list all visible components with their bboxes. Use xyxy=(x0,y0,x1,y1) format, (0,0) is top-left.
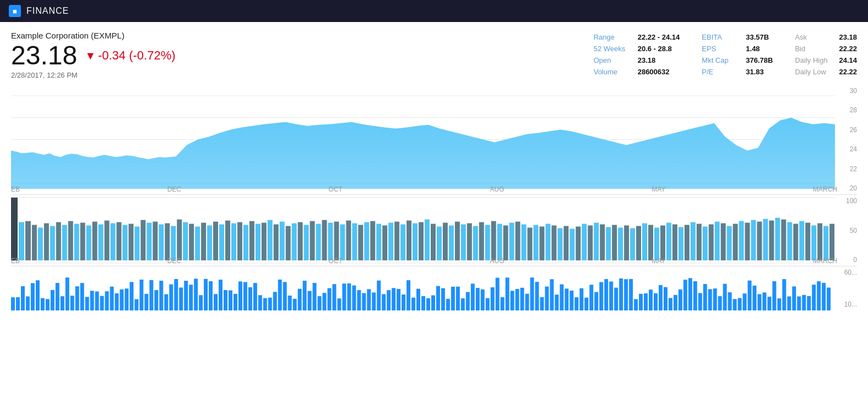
svg-rect-177 xyxy=(169,285,173,310)
svg-rect-215 xyxy=(357,290,361,310)
app-title: FINANCE xyxy=(26,6,69,16)
svg-rect-142 xyxy=(817,223,822,260)
svg-rect-75 xyxy=(413,223,417,260)
svg-rect-208 xyxy=(323,293,327,310)
svg-rect-281 xyxy=(683,280,687,310)
svg-rect-144 xyxy=(829,224,834,260)
svg-rect-301 xyxy=(782,279,786,310)
bar-y-axis: 60... 10... xyxy=(835,266,857,310)
stock-price: 23.18 xyxy=(11,42,77,69)
svg-rect-216 xyxy=(362,293,366,310)
svg-rect-172 xyxy=(144,294,148,310)
change-value: -0.34 (-0.72%) xyxy=(98,48,176,63)
svg-rect-104 xyxy=(588,226,593,261)
svg-rect-77 xyxy=(425,220,430,260)
svg-rect-303 xyxy=(792,286,796,310)
svg-rect-38 xyxy=(189,224,194,260)
svg-rect-168 xyxy=(124,288,128,310)
svg-rect-294 xyxy=(748,281,752,310)
svg-rect-124 xyxy=(709,225,714,260)
svg-rect-237 xyxy=(466,292,470,310)
price-x-feb: EB xyxy=(11,185,20,193)
svg-rect-176 xyxy=(164,294,168,310)
volume-x-dec: DEC xyxy=(167,257,181,265)
eps-value: 1.48 xyxy=(746,45,760,53)
volume-value: 28600632 xyxy=(638,68,670,76)
svg-rect-126 xyxy=(721,223,726,260)
svg-rect-231 xyxy=(436,286,440,310)
stats-col-2: EBITA 33.57B EPS 1.48 Mkt Cap 376.78B P/… xyxy=(702,33,773,76)
svg-rect-272 xyxy=(639,294,643,310)
svg-rect-192 xyxy=(243,282,247,310)
svg-rect-250 xyxy=(530,277,534,310)
svg-rect-49 xyxy=(256,224,261,260)
price-y-20: 20 xyxy=(837,184,857,192)
ask-label: Ask xyxy=(795,33,833,41)
svg-rect-138 xyxy=(793,224,798,260)
svg-rect-73 xyxy=(400,225,405,260)
svg-rect-31 xyxy=(147,223,151,260)
svg-rect-98 xyxy=(551,226,556,261)
svg-rect-17 xyxy=(62,225,67,260)
svg-rect-88 xyxy=(491,221,496,260)
change-arrow-icon: ▼ xyxy=(85,50,96,62)
svg-rect-209 xyxy=(328,288,332,310)
svg-rect-155 xyxy=(61,296,64,310)
svg-rect-222 xyxy=(392,288,395,310)
svg-rect-26 xyxy=(117,222,122,260)
svg-rect-236 xyxy=(461,298,465,310)
svg-rect-143 xyxy=(823,226,828,261)
svg-rect-308 xyxy=(817,281,821,310)
svg-rect-48 xyxy=(249,221,254,260)
svg-rect-29 xyxy=(134,227,139,261)
stat-daily-low: Daily Low 22.22 xyxy=(795,68,857,76)
svg-rect-285 xyxy=(703,284,707,310)
svg-rect-125 xyxy=(715,222,720,260)
svg-rect-225 xyxy=(406,280,410,310)
svg-rect-295 xyxy=(752,286,756,310)
mktcap-label: Mkt Cap xyxy=(702,56,740,64)
svg-rect-14 xyxy=(44,223,49,260)
svg-rect-136 xyxy=(781,220,786,260)
svg-rect-18 xyxy=(68,221,73,260)
svg-rect-52 xyxy=(274,225,279,260)
price-change: ▼ -0.34 (-0.72%) xyxy=(85,48,175,63)
svg-rect-20 xyxy=(80,223,85,260)
svg-rect-110 xyxy=(624,226,629,261)
svg-rect-274 xyxy=(649,290,653,310)
svg-rect-19 xyxy=(74,224,79,260)
svg-rect-46 xyxy=(237,222,242,260)
price-x-march: MARCH xyxy=(813,185,837,193)
svg-rect-121 xyxy=(691,222,696,260)
svg-rect-105 xyxy=(594,223,599,260)
app-logo: ■ xyxy=(9,5,21,17)
svg-rect-23 xyxy=(99,225,104,260)
svg-rect-169 xyxy=(129,282,133,310)
svg-rect-262 xyxy=(589,285,593,310)
bar-y-60: 60... xyxy=(835,269,857,276)
svg-rect-286 xyxy=(708,289,712,310)
svg-rect-170 xyxy=(134,299,138,310)
svg-rect-240 xyxy=(481,290,485,310)
svg-rect-282 xyxy=(688,278,692,310)
svg-rect-59 xyxy=(316,224,321,260)
svg-rect-242 xyxy=(491,287,495,310)
svg-rect-247 xyxy=(516,289,519,310)
svg-rect-196 xyxy=(263,298,267,310)
svg-rect-166 xyxy=(115,293,119,310)
pe-value: 31.83 xyxy=(746,68,764,76)
svg-rect-67 xyxy=(364,222,369,260)
price-x-aug: AUG xyxy=(490,185,504,193)
svg-rect-12 xyxy=(32,225,37,260)
svg-rect-188 xyxy=(224,290,227,310)
eps-label: EPS xyxy=(702,45,740,53)
price-x-dec: DEC xyxy=(167,185,181,193)
svg-rect-42 xyxy=(213,222,218,260)
price-row: 23.18 ▼ -0.34 (-0.72%) xyxy=(11,42,176,69)
svg-rect-74 xyxy=(406,221,411,260)
svg-rect-210 xyxy=(332,284,336,310)
svg-rect-254 xyxy=(550,279,554,310)
price-x-may: MAY xyxy=(652,185,665,193)
svg-rect-219 xyxy=(377,281,381,310)
svg-rect-198 xyxy=(273,292,277,310)
